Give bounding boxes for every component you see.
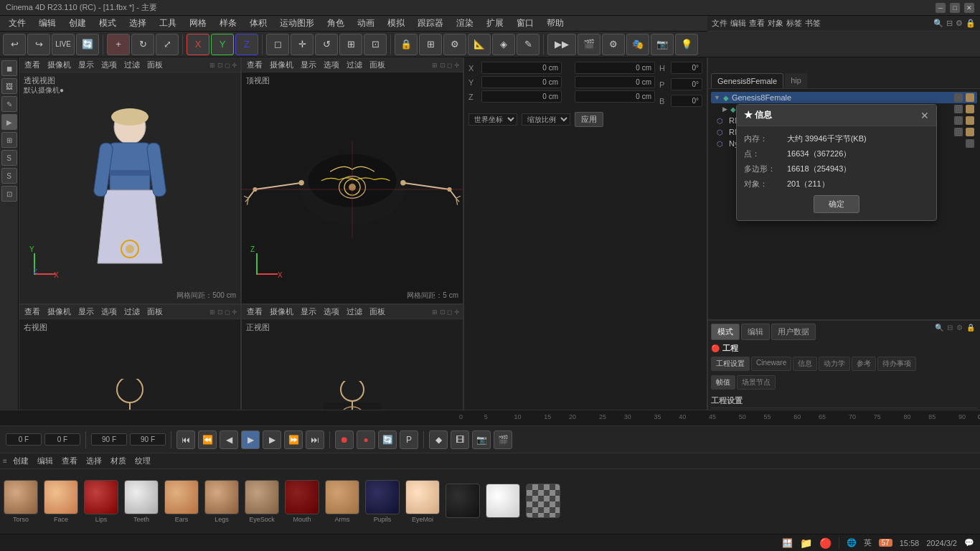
tree-item-genesis[interactable]: ▼ ◆ Genesis8Female: [711, 92, 977, 103]
mat-item-checker[interactable]: [525, 484, 561, 519]
render-button[interactable]: 🔄: [76, 34, 99, 55]
camera-button[interactable]: 📷: [651, 34, 674, 55]
vp-panel-btn[interactable]: 面板: [145, 60, 165, 70]
pb-keyframe-button[interactable]: ◆: [429, 430, 448, 449]
menu-spline[interactable]: 样条: [214, 16, 242, 31]
sidebar-texture-icon[interactable]: 🖼: [1, 78, 17, 94]
scale-select[interactable]: 缩放比例: [522, 113, 570, 126]
minimize-button[interactable]: ─: [936, 3, 946, 13]
mat-item-face[interactable]: Face: [43, 480, 79, 523]
vp-top-camera-btn[interactable]: 摄像机: [268, 60, 296, 70]
pb-motion-button[interactable]: 🎞: [451, 430, 469, 449]
snap-button[interactable]: 🔒: [395, 34, 418, 55]
lock-icon[interactable]: 🔒: [966, 19, 976, 28]
redo-button[interactable]: ↪: [27, 34, 50, 55]
vp-right-filter-btn[interactable]: 过滤: [122, 306, 142, 317]
dialog-close-button[interactable]: ✕: [920, 110, 929, 121]
prop-subtab-settings[interactable]: 工程设置: [711, 357, 750, 371]
light-button[interactable]: 💡: [675, 34, 698, 55]
menu-mograph[interactable]: 运动图形: [274, 16, 320, 31]
pb-record-button[interactable]: ⏺: [335, 430, 354, 449]
prop-subtab-scene[interactable]: 场景节点: [737, 375, 776, 390]
prop-filter-icon[interactable]: ⊟: [947, 324, 953, 340]
mat-select-btn[interactable]: 选择: [83, 456, 105, 466]
vp-front-options-btn[interactable]: 选项: [321, 306, 341, 317]
world-coords-select[interactable]: 世界坐标: [468, 113, 517, 126]
coord-z2-input[interactable]: [575, 90, 655, 103]
tag-menu-right[interactable]: 标签: [786, 18, 802, 29]
pb-frame-end-input[interactable]: [91, 433, 127, 446]
viewport-perspective[interactable]: 查看 摄像机 显示 选项 过滤 面板 ⊞ ⊡ ◻ ✛ 透视视图 默认摄像机● C…: [19, 57, 241, 304]
coord-y2-input[interactable]: [575, 76, 655, 88]
pb-frame-start-input[interactable]: [6, 433, 42, 446]
view-menu-right[interactable]: 查看: [749, 18, 765, 29]
material-override-button[interactable]: 🎭: [626, 34, 649, 55]
scale-button[interactable]: ⤢: [156, 34, 179, 55]
pb-render-preview-button[interactable]: 🎬: [494, 430, 512, 449]
viewport-render-button[interactable]: ▶▶: [547, 34, 576, 55]
statusbar-folder[interactable]: 📁: [800, 537, 812, 549]
coord-b-input[interactable]: [671, 95, 702, 107]
live-button[interactable]: LIVE: [52, 34, 75, 55]
menu-extend[interactable]: 扩展: [481, 16, 509, 31]
rotate2-button[interactable]: ↺: [315, 34, 338, 55]
pb-first-button[interactable]: ⏮: [176, 430, 195, 449]
viewport-top[interactable]: 查看 摄像机 显示 选项 过滤 面板 ⊞ ⊡ ◻ ✛ 顶视图 CG模型主: [241, 57, 463, 304]
menu-simulate[interactable]: 模拟: [382, 16, 410, 31]
sidebar-scene-icon[interactable]: ⊞: [1, 132, 17, 148]
edit-menu-right[interactable]: 编辑: [730, 18, 746, 29]
vp-right-camera-btn[interactable]: 摄像机: [45, 306, 73, 317]
coord-y-input[interactable]: [481, 76, 562, 88]
prop-subtab-info[interactable]: 信息: [793, 357, 817, 371]
menu-mesh[interactable]: 网格: [184, 16, 212, 31]
dialog-confirm-button[interactable]: 确定: [814, 195, 859, 213]
menu-help[interactable]: 帮助: [541, 16, 570, 31]
menu-create[interactable]: 创建: [63, 16, 92, 31]
mat-item-eyesock[interactable]: EyeSock: [244, 480, 280, 523]
file-menu-right[interactable]: 文件: [712, 18, 727, 29]
menu-select[interactable]: 选择: [123, 16, 152, 31]
move2-button[interactable]: ✛: [291, 34, 314, 55]
vp-options-btn[interactable]: 选项: [99, 60, 119, 70]
pb-next-button[interactable]: ⏩: [284, 430, 303, 449]
transform-button[interactable]: ⊡: [364, 34, 387, 55]
menu-tools[interactable]: 工具: [154, 16, 182, 31]
vp-front-filter-btn[interactable]: 过滤: [344, 306, 364, 317]
prop-settings-icon[interactable]: ⚙: [956, 324, 963, 340]
menu-character[interactable]: 角色: [321, 16, 350, 31]
sidebar-bp-icon[interactable]: ✎: [1, 96, 17, 112]
render-all-button[interactable]: 🎬: [578, 34, 600, 55]
mat-item-torso[interactable]: Torso: [3, 480, 39, 523]
vp-camera-btn[interactable]: 摄像机: [45, 60, 73, 70]
pb-prev-button[interactable]: ⏪: [198, 430, 217, 449]
pb-frame-end2-input[interactable]: [130, 433, 166, 446]
maximize-button[interactable]: □: [950, 3, 960, 13]
pb-preview-button[interactable]: P: [400, 430, 418, 449]
prop-subtab-cineware[interactable]: Cineware: [751, 357, 791, 371]
pb-play-button[interactable]: ▶: [241, 430, 260, 449]
vp-filter-btn[interactable]: 过滤: [122, 60, 142, 70]
genesis-item[interactable]: Genesis8Female: [711, 73, 783, 88]
undo-button[interactable]: ↩: [3, 34, 26, 55]
select-button[interactable]: ◻: [266, 34, 289, 55]
axis-z-button[interactable]: Z: [235, 34, 258, 55]
grid-button[interactable]: ⊞: [419, 34, 442, 55]
pb-frame-current-input[interactable]: [44, 433, 80, 446]
mat-item-ears[interactable]: Ears: [164, 480, 199, 523]
sym-button[interactable]: ⚙: [443, 34, 466, 55]
rotate-button[interactable]: ↻: [131, 34, 154, 55]
prop-subtab-reference[interactable]: 参考: [852, 357, 876, 371]
vp-view-btn[interactable]: 查看: [22, 60, 42, 70]
mat-item-eyemoi[interactable]: EyeMoi: [405, 480, 440, 523]
sidebar-motion-icon[interactable]: ▶: [1, 114, 17, 130]
mat-item-legs[interactable]: Legs: [204, 480, 240, 523]
hip-item[interactable]: hip: [785, 73, 807, 88]
mat-edit-btn[interactable]: 编辑: [34, 456, 56, 466]
vp-display-btn[interactable]: 显示: [76, 60, 96, 70]
prop-lock-icon[interactable]: 🔒: [966, 324, 975, 340]
pb-loop-button[interactable]: 🔄: [378, 430, 397, 449]
object-menu-right[interactable]: 对象: [768, 18, 783, 29]
prop-tab-edit[interactable]: 编辑: [741, 324, 770, 340]
vp-front-panel-btn[interactable]: 面板: [367, 306, 387, 317]
pb-step-fwd-button[interactable]: ▶: [263, 430, 281, 449]
